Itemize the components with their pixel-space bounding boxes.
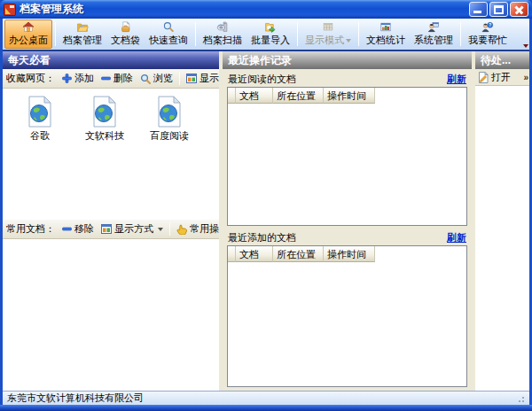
hand-icon [176,224,187,235]
toolbar-display-mode: 显示模式 [301,19,356,49]
column-header-time[interactable]: 操作时间 [324,88,375,104]
delete-favorite-button[interactable]: 删除 [98,70,136,87]
display-mode-icon [317,21,339,33]
button-label: 显示方式 [114,222,153,236]
toolbar-separator [460,22,461,46]
button-label: 移除 [74,222,94,236]
toolbar-archive-management[interactable]: 档案管理 [59,19,106,49]
column-header-location[interactable]: 所在位置 [273,246,324,262]
toolbar-separator [358,22,359,46]
dropdown-arrow-icon [346,39,351,43]
close-button[interactable] [510,2,528,17]
recent-read-label: 最近阅读的文档 [228,73,296,86]
browse-icon [140,74,151,84]
refresh-read-link[interactable]: 刷新 [447,73,466,86]
column-header-location[interactable]: 所在位置 [273,88,324,104]
toolbar-system-management[interactable]: 系统管理 [410,19,458,49]
toolbar-label: 办公桌面 [9,34,48,47]
toolbar-label: 我要帮忙 [468,34,507,47]
display-grid-icon [101,224,112,234]
common-docs-list[interactable] [3,239,219,391]
toolbar-label: 快速查询 [149,34,188,47]
display-grid-icon [186,74,197,83]
common-docs-label: 常用文档： [6,222,55,236]
recent-read-row: 最近阅读的文档 刷新 [227,72,467,87]
favorites-list: 谷歌 文软科技 [3,89,219,220]
search-icon [158,21,179,33]
remove-common-doc-button[interactable]: 移除 [59,221,97,237]
daily-panel-header: 每天必看 [3,51,219,69]
window-bottom-frame [0,405,532,411]
common-docs-toolbar: 常用文档： 移除 显示方式 [3,220,219,239]
open-button[interactable]: 打开 [491,71,511,84]
column-header-document[interactable]: 文档 [236,88,273,104]
toolbar-separator [55,22,56,46]
toolbar-batch-import[interactable]: 批量导入 [246,19,294,49]
toolbar-separator [169,222,170,236]
selector-column-header[interactable] [228,246,236,262]
webpage-icon [26,96,54,128]
toolbar-separator [195,22,196,46]
pending-panel-body: 打开 » [475,69,529,391]
toolbar-label: 档案扫描 [203,34,242,47]
folder-icon [72,21,93,33]
button-label: 添加 [74,72,94,85]
favorite-item-label: 谷歌 [30,129,50,143]
button-label: 浏览 [153,72,173,85]
favorite-item-baidu[interactable]: 百度阅读 [141,96,198,143]
favorite-item-label: 文软科技 [85,129,124,143]
pending-panel: 待处... 打开 » [475,51,529,391]
question-mark-glyph: ? [489,23,491,27]
recent-added-row: 最近添加的文档 刷新 [227,230,467,245]
minus-icon [62,224,72,234]
toolbar-document-stats[interactable]: 文档统计 [362,19,410,49]
stats-icon [375,21,396,33]
toolbar-office-desktop[interactable]: 办公桌面 [4,19,52,49]
toolbar-label: 批量导入 [251,34,290,47]
pending-list[interactable] [475,85,529,391]
pending-panel-header: 待处... [475,51,529,69]
toolbar-overflow-button[interactable] [523,39,529,47]
toolbar-help[interactable]: ? 我要帮忙 [464,19,512,49]
pending-toolbar: 打开 » [475,69,529,85]
add-favorite-button[interactable]: 添加 [59,70,97,87]
resize-grip[interactable] [516,394,525,403]
scanner-icon [212,21,233,33]
document-bag-icon [115,21,137,33]
maximize-button[interactable] [489,2,508,17]
webpage-icon [155,96,184,128]
recent-added-table[interactable]: 文档 所在位置 操作时间 [227,245,467,387]
refresh-added-link[interactable]: 刷新 [447,231,466,244]
favorite-item-wenruan[interactable]: 文软科技 [76,96,133,143]
selector-column-header[interactable] [228,88,236,104]
window-title: 档案管理系统 [20,2,83,17]
title-bar: 档案管理系统 [0,0,532,19]
minus-icon [101,74,111,83]
favorites-toolbar: 收藏网页： 添加 删除 [3,69,219,89]
toolbar-archive-scan[interactable]: 档案扫描 [199,19,246,49]
minimize-button[interactable] [469,2,488,17]
app-window: 档案管理系统 办公桌面 档案管理 [0,0,532,411]
table-header-row: 文档 所在位置 操作时间 [228,246,466,262]
button-label: 删除 [113,72,133,85]
favorites-label: 收藏网页： [6,72,55,85]
company-name: 东莞市文软计算机科技有限公司 [7,392,144,405]
home-icon [18,21,39,33]
toolbar-label: 档案管理 [63,34,102,47]
recent-operations-header: 最近操作记录 [223,51,472,69]
column-header-time[interactable]: 操作时间 [324,246,375,262]
system-icon [423,21,444,33]
common-docs-display-mode-button[interactable]: 显示方式 [98,221,166,237]
status-bar: 东莞市文软计算机科技有限公司 [3,391,529,405]
toolbar-label: 文档袋 [111,34,140,47]
favorite-item-google[interactable]: 谷歌 [12,96,68,143]
webpage-icon [90,96,119,128]
browse-favorite-button[interactable]: 浏览 [137,70,176,87]
column-header-document[interactable]: 文档 [236,246,273,262]
content-area: 每天必看 收藏网页： 添加 删除 [3,51,529,391]
toolbar-quick-search[interactable]: 快速查询 [145,19,192,49]
plus-icon [62,74,72,83]
recent-read-table[interactable]: 文档 所在位置 操作时间 [227,87,467,226]
toolbar-document-bag[interactable]: 文档袋 [106,19,145,49]
overflow-chevron-icon[interactable]: » [523,73,528,82]
